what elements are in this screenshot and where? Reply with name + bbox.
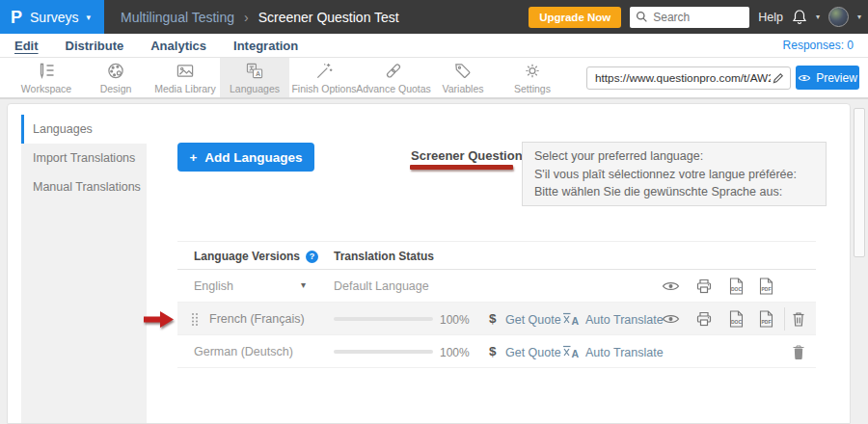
header-language-versions: Language Versions [194,250,300,263]
svg-text:DOC: DOC [731,286,743,292]
progress-percent: 100% [440,313,470,327]
toolbar-item-advance-quotas[interactable]: Advance Quotas [359,58,428,97]
page-title: Screener Question Test [258,10,399,25]
screener-line-french: S'il vous plaît sélectionnez votre langu… [534,168,814,181]
notifications-bell-icon[interactable] [792,9,807,25]
sidebar-item-import-translations[interactable]: Import Translations [21,144,147,172]
search-icon [636,11,648,23]
toolbar-item-languages[interactable]: A Languages [220,58,289,97]
get-quote-link[interactable]: Get Quote [505,313,561,327]
survey-nav: Edit Distribute Analytics Integration Re… [0,34,868,58]
search-input[interactable] [653,11,738,24]
export-pdf-icon[interactable]: PDF [758,278,773,295]
table-header: Language Versions ? Translation Status [177,241,816,270]
translation-progress-bar [334,317,433,321]
header-translation-status: Translation Status [334,250,434,263]
breadcrumb-separator: › [244,10,249,25]
language-name[interactable]: German (Deutsch) [194,345,293,358]
progress-percent: 100% [440,346,470,359]
survey-url-field [586,66,791,90]
page-background: Languages Import Translations Manual Tra… [0,99,868,424]
translation-progress-bar [334,350,433,354]
edit-toolbar: Workspace Design Media Library A Languag… [0,58,868,99]
settings-gear-icon [523,62,542,80]
screener-line-german: Bitte wählen Sie die gewünschte Sprache … [534,185,814,199]
auto-translate-link[interactable]: Auto Translate [585,346,664,359]
chevron-down-icon[interactable]: ▾ [301,279,306,290]
delete-trash-icon[interactable] [792,344,805,359]
plus-icon: + [189,150,197,165]
breadcrumb: Multilingual Testing › Screener Question… [121,0,399,34]
export-doc-icon[interactable]: DOC [728,278,744,295]
edit-url-pencil-icon[interactable] [773,72,790,84]
topbar: P Surveys ▾ Multilingual Testing › Scree… [0,0,868,34]
help-link[interactable]: Help [758,11,783,24]
languages-icon: A [245,62,264,80]
svg-text:A: A [256,69,260,77]
toolbar-item-media-library[interactable]: Media Library [150,58,220,97]
screener-line-english: Select your preferred language: [534,149,814,163]
avatar[interactable] [828,7,849,27]
finish-options-wand-icon [314,62,334,80]
questionpro-logo: P [11,9,22,26]
screener-question-preview-box: Select your preferred language: S'il vou… [522,142,827,206]
toolbar-item-workspace[interactable]: Workspace [12,58,81,97]
eye-icon [798,73,811,83]
scrollbar-thumb[interactable] [854,108,865,257]
screener-question-label: Screener Question : [411,148,530,163]
responses-count[interactable]: Responses: 0 [783,39,854,52]
tab-edit[interactable]: Edit [14,39,39,53]
breadcrumb-survey-link[interactable]: Multilingual Testing [121,10,234,25]
svg-text:A: A [572,315,580,327]
tab-analytics[interactable]: Analytics [150,39,206,53]
dollar-icon[interactable]: $ [489,311,497,326]
preview-button[interactable]: Preview [796,66,859,90]
search-box[interactable] [630,7,749,28]
design-palette-icon [106,62,125,80]
language-row-german: German (Deutsch) 100% $ Get Quote A Auto… [177,335,816,368]
svg-text:A: A [572,348,580,359]
svg-text:PDF: PDF [762,319,772,325]
auto-translate-icon: A [562,345,580,358]
media-library-icon [176,62,195,80]
delete-trash-icon[interactable] [792,311,805,327]
tab-distribute[interactable]: Distribute [66,39,124,53]
toolbar-item-design[interactable]: Design [81,58,150,97]
dollar-icon[interactable]: $ [489,344,497,358]
help-question-icon[interactable]: ? [306,251,318,263]
annotation-red-arrow [144,310,175,329]
print-icon[interactable] [696,311,712,327]
default-language-label: Default Language [334,279,429,293]
language-row-english: English ▾ Default Language DOC PDF [177,270,816,303]
toolbar-item-variables[interactable]: Variables [428,58,498,97]
languages-sidebar: Languages Import Translations Manual Tra… [21,115,147,423]
tab-integration[interactable]: Integration [233,39,298,53]
divider [784,307,785,331]
sidebar-item-manual-translations[interactable]: Manual Translations [21,172,147,201]
variables-tag-icon [453,62,473,80]
annotation-red-underline [410,165,513,170]
export-doc-icon[interactable]: DOC [728,310,744,328]
toolbar-item-settings[interactable]: Settings [498,58,567,97]
drag-handle-icon[interactable] [191,312,199,327]
workspace-icon [37,62,56,80]
survey-url-input[interactable] [587,71,773,85]
toolbar-item-finish-options[interactable]: Finish Options [289,58,359,97]
print-icon[interactable] [696,278,712,294]
chevron-down-icon[interactable]: ▾ [816,13,820,21]
add-languages-button[interactable]: + Add Languages [177,143,314,172]
product-switcher[interactable]: P Surveys ▾ [0,0,104,34]
view-eye-icon[interactable] [662,313,680,325]
language-name[interactable]: English [194,279,233,293]
export-pdf-icon[interactable]: PDF [758,310,773,328]
chevron-down-icon[interactable]: ▾ [857,13,861,21]
auto-translate-link[interactable]: Auto Translate [585,313,664,327]
view-eye-icon[interactable] [662,280,680,292]
svg-text:PDF: PDF [762,286,772,292]
language-name[interactable]: French (Français) [209,312,305,326]
upgrade-now-button[interactable]: Upgrade Now [529,7,621,28]
get-quote-link[interactable]: Get Quote [505,346,561,359]
chevron-down-icon: ▾ [87,13,92,22]
sidebar-item-languages[interactable]: Languages [21,115,147,144]
language-versions-table: Language Versions ? Translation Status E… [177,241,816,368]
